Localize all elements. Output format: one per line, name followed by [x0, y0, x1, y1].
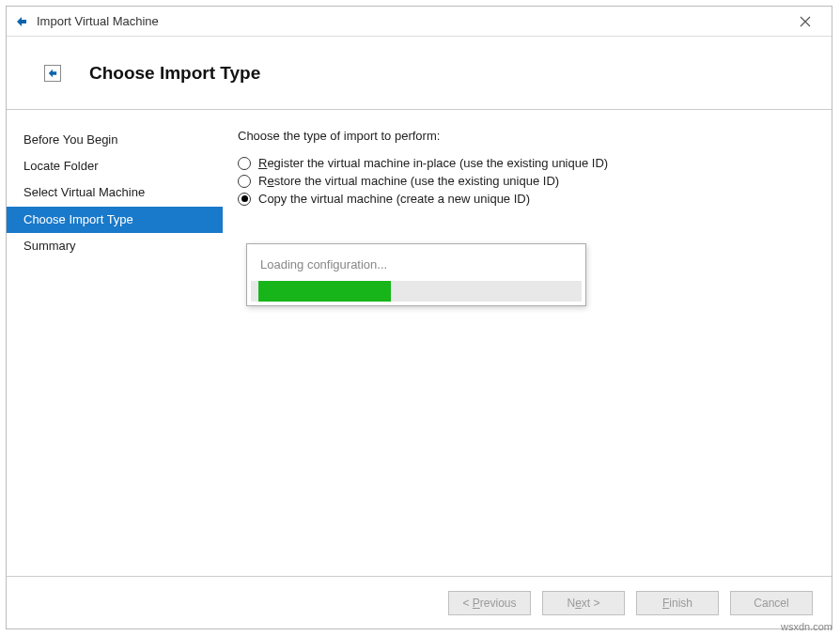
next-button[interactable]: Next > [542, 591, 625, 615]
radio-icon [238, 175, 251, 188]
sidebar-item-before-you-begin[interactable]: Before You Begin [7, 127, 223, 153]
sidebar-item-locate-folder[interactable]: Locate Folder [7, 153, 223, 179]
progress-fill [258, 281, 391, 302]
wizard-footer: < Previous Next > Finish Cancel [7, 576, 832, 628]
radio-label: Copy the virtual machine (create a new u… [258, 192, 530, 206]
page-title: Choose Import Type [89, 63, 260, 84]
titlebar: Import Virtual Machine [7, 7, 832, 37]
button-label: Finish [662, 597, 692, 610]
radio-icon [238, 157, 251, 170]
button-label: < Previous [462, 597, 516, 610]
radio-copy[interactable]: Copy the virtual machine (create a new u… [238, 192, 813, 206]
app-icon [14, 14, 29, 29]
close-button[interactable] [786, 7, 824, 36]
cancel-button[interactable]: Cancel [730, 591, 813, 615]
import-icon [44, 65, 61, 82]
radio-register-in-place[interactable]: Register the virtual machine in-place (u… [238, 156, 813, 170]
radio-label: Register the virtual machine in-place (u… [258, 156, 608, 170]
instruction-text: Choose the type of import to perform: [238, 129, 813, 143]
sidebar-item-select-vm[interactable]: Select Virtual Machine [7, 179, 223, 206]
previous-button[interactable]: < Previous [448, 591, 531, 615]
progress-bar [251, 281, 582, 302]
button-label: Next > [567, 597, 599, 610]
radio-icon [238, 193, 251, 206]
radio-restore[interactable]: Restore the virtual machine (use the exi… [238, 174, 813, 188]
content-pane: Choose the type of import to perform: Re… [223, 110, 832, 576]
radio-label: Restore the virtual machine (use the exi… [258, 174, 559, 188]
sidebar: Before You Begin Locate Folder Select Vi… [7, 110, 223, 576]
wizard-window: Import Virtual Machine Choose Import Typ… [6, 6, 832, 629]
sidebar-item-choose-import-type[interactable]: Choose Import Type [7, 207, 223, 233]
sidebar-item-summary[interactable]: Summary [7, 233, 223, 259]
progress-dialog: Loading configuration... [246, 243, 586, 306]
button-label: Cancel [754, 597, 788, 610]
wizard-header: Choose Import Type [7, 37, 832, 110]
wizard-body: Before You Begin Locate Folder Select Vi… [7, 110, 832, 576]
progress-text: Loading configuration... [247, 244, 585, 281]
window-title: Import Virtual Machine [37, 14, 786, 28]
finish-button[interactable]: Finish [636, 591, 719, 615]
watermark: wsxdn.com [781, 621, 832, 632]
